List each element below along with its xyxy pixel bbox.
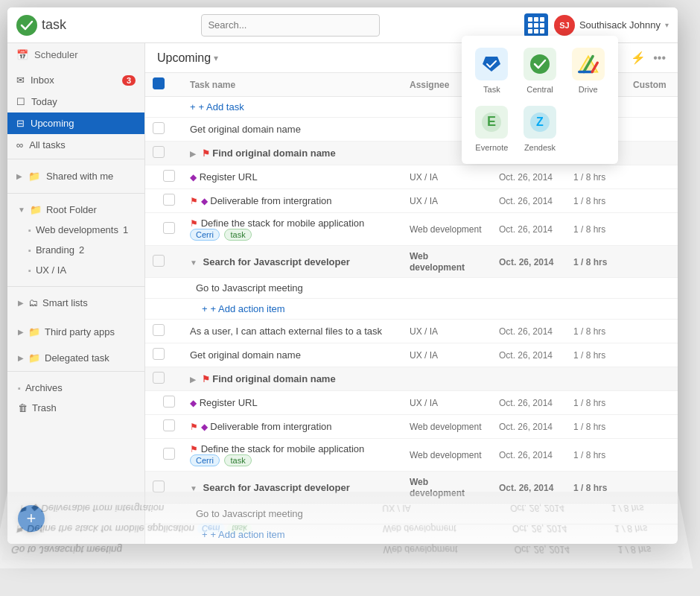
logo: task bbox=[16, 15, 66, 36]
third-party-icon: 📁 bbox=[28, 326, 40, 337]
task-check[interactable] bbox=[163, 222, 175, 234]
sidebar-item-upcoming[interactable]: ⊟ Upcoming bbox=[7, 112, 144, 134]
task-check[interactable] bbox=[153, 146, 165, 158]
task-check[interactable] bbox=[153, 348, 165, 360]
task-check[interactable] bbox=[153, 481, 165, 492]
sidebar-archives[interactable]: ▪ Archives bbox=[7, 378, 144, 398]
sidebar-folder-ux[interactable]: ▪ UX / IA bbox=[7, 260, 144, 280]
sidebar-third-party[interactable]: ▶ 📁 Third party apps bbox=[7, 322, 144, 342]
table-row: ◆ Register URL UX / IA Oct. 26, 2014 1 /… bbox=[145, 165, 678, 189]
app-item-drive[interactable]: Drive bbox=[570, 48, 606, 94]
sidebar-item-today[interactable]: ☐ Today bbox=[7, 91, 144, 112]
task-check[interactable] bbox=[153, 324, 165, 336]
sidebar-item-inbox[interactable]: ✉ Inbox 3 bbox=[7, 69, 144, 91]
tag-cerri: Cerri bbox=[190, 454, 220, 466]
sidebar-item-all-tasks[interactable]: ∞ All tasks bbox=[7, 134, 144, 156]
upcoming-icon: ⊟ bbox=[16, 118, 25, 129]
task-check[interactable] bbox=[153, 372, 165, 384]
reflected-content: Go to Javascript meeting Web development… bbox=[0, 492, 693, 568]
tag-task: task bbox=[224, 229, 251, 241]
table-row: ⚑ Define the stack for mobile applicatio… bbox=[145, 439, 678, 472]
evernote-app-icon: E bbox=[475, 106, 508, 139]
table-row: Get original domain name UX / IA Oct. 26… bbox=[145, 343, 678, 367]
tag-cerri: Cerri bbox=[190, 229, 220, 241]
svg-point-2 bbox=[530, 54, 550, 74]
sidebar-folder-web[interactable]: ▪ Web developments 1 bbox=[7, 220, 144, 240]
apps-button[interactable] bbox=[524, 13, 548, 37]
task-check[interactable] bbox=[163, 396, 175, 408]
shared-section: ▶ 📁 Shared with me bbox=[7, 159, 144, 193]
app-item-evernote[interactable]: E Evernote bbox=[474, 106, 510, 152]
table-row: ▼ Search for Javascript developer Web de… bbox=[145, 246, 678, 278]
sidebar-folder-branding[interactable]: ▪ Branding 2 bbox=[7, 240, 144, 260]
task-check[interactable] bbox=[153, 122, 165, 134]
sidebar-delegated[interactable]: ▶ 📁 Delegated task bbox=[7, 348, 144, 368]
topbar-right: SJ Southisack Johnny ▾ bbox=[524, 13, 669, 37]
third-party-section: ▶ 📁 Third party apps bbox=[7, 319, 144, 345]
app-item-task[interactable]: Task bbox=[474, 48, 510, 94]
add-task-button[interactable]: + + Add task bbox=[190, 101, 395, 112]
drive-app-icon bbox=[572, 48, 605, 80]
task-check[interactable] bbox=[163, 419, 175, 431]
table-row: As a user, I can attach external files t… bbox=[145, 320, 678, 343]
svg-text:Z: Z bbox=[536, 115, 544, 128]
sidebar-folder-root[interactable]: ▼ 📁 Root Folder bbox=[7, 200, 144, 220]
sidebar-item-shared[interactable]: ▶ 📁 Shared with me bbox=[7, 165, 144, 187]
flag-icon: ⚑ bbox=[190, 218, 198, 229]
flag-icon: ⚑ bbox=[202, 148, 210, 159]
logo-text: task bbox=[42, 17, 66, 33]
sidebar: 📅 Scheduler ✉ Inbox 3 ☐ Today ⊟ Upcoming bbox=[7, 43, 145, 544]
today-icon: ☐ bbox=[16, 96, 25, 107]
chevron-down-icon: ▼ bbox=[18, 206, 25, 214]
add-action-button[interactable]: + + Add action item bbox=[190, 303, 395, 314]
table-row: Go to Javascript meeting bbox=[145, 278, 678, 299]
central-app-icon bbox=[524, 48, 556, 80]
plus-icon: + bbox=[202, 303, 208, 314]
app-item-central[interactable]: Central bbox=[522, 48, 559, 94]
flag-icon: ⚑ bbox=[202, 374, 210, 384]
task-name-cell[interactable]: Get original domain name bbox=[182, 118, 402, 142]
task-check[interactable] bbox=[153, 255, 165, 267]
table-row: ▶ ⚑ Find original domain name bbox=[145, 367, 678, 391]
activity-icon[interactable]: ⚡ bbox=[631, 51, 646, 65]
col-check bbox=[145, 73, 182, 97]
sidebar-trash[interactable]: 🗑 Trash bbox=[7, 398, 144, 418]
trash-icon: 🗑 bbox=[18, 402, 28, 413]
table-row: ⚑ ◆ Deliverable from intergration Web de… bbox=[145, 415, 678, 439]
archives-section: ▪ Archives 🗑 Trash bbox=[7, 371, 144, 421]
check-all[interactable] bbox=[153, 77, 165, 89]
more-options-icon[interactable]: ••• bbox=[653, 51, 666, 65]
chevron-down-icon: ▾ bbox=[665, 21, 669, 29]
search-input[interactable] bbox=[201, 14, 380, 37]
diamond-icon: ◆ bbox=[201, 196, 208, 206]
reflected-window: Go to Javascript meeting Web development… bbox=[0, 492, 699, 596]
chevron-right-icon: ▶ bbox=[16, 172, 22, 180]
flag-icon: ⚑ bbox=[190, 422, 198, 432]
folder-branding-icon: ▪ bbox=[28, 246, 31, 255]
inbox-badge: 3 bbox=[122, 75, 136, 86]
apps-popup: Task Central Drive E bbox=[462, 36, 618, 164]
logo-icon bbox=[16, 15, 37, 36]
dropdown-icon[interactable]: ▾ bbox=[214, 53, 218, 63]
smart-lists-section: ▶ 🗂 Smart lists bbox=[7, 286, 144, 319]
task-check[interactable] bbox=[163, 170, 175, 182]
task-check[interactable] bbox=[163, 194, 175, 206]
inbox-icon: ✉ bbox=[16, 74, 25, 86]
shared-folder-icon: 📁 bbox=[28, 171, 40, 182]
table-row: ⚑ ◆ Deliverable from intergration UX / I… bbox=[145, 189, 678, 213]
col-task-name: Task name bbox=[182, 73, 402, 97]
table-row: ◆ Register URL UX / IA Oct. 26, 2014 1 /… bbox=[145, 391, 678, 415]
chevron-right-icon-third: ▶ bbox=[18, 328, 24, 336]
chevron-right-icon: ▶ bbox=[190, 150, 196, 158]
sidebar-smart-lists[interactable]: ▶ 🗂 Smart lists bbox=[7, 293, 144, 313]
folder-ux-icon: ▪ bbox=[28, 266, 31, 275]
chevron-right-icon-del: ▶ bbox=[18, 354, 24, 362]
task-check[interactable] bbox=[163, 448, 175, 460]
table-row: ⚑ Define the stack for mobile applicatio… bbox=[145, 213, 678, 246]
app-item-zendesk[interactable]: Z Zendesk bbox=[522, 106, 559, 152]
user-area[interactable]: SJ Southisack Johnny ▾ bbox=[554, 15, 669, 36]
archives-icon: ▪ bbox=[18, 384, 21, 393]
folder-icon: 📁 bbox=[30, 204, 42, 215]
sidebar-item-scheduler[interactable]: 📅 Scheduler bbox=[7, 43, 144, 66]
diamond-icon: ◆ bbox=[190, 172, 197, 183]
